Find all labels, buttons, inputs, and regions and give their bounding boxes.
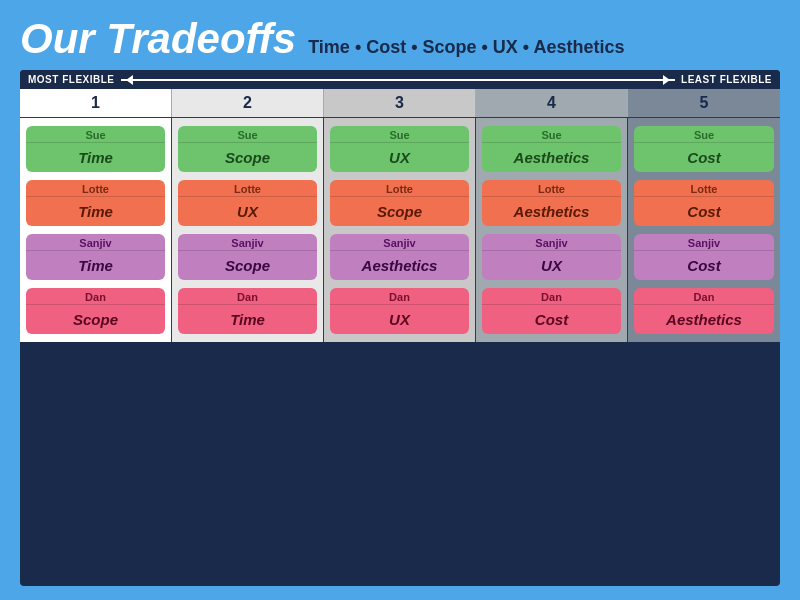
column-3: SueUXLotteScopeSanjivAestheticsDanUX [324,118,476,342]
card: SueCost [634,126,774,172]
card: SanjivCost [634,234,774,280]
flexibility-bar: MOST FLEXIBLE LEAST FLEXIBLE [20,70,780,89]
card-person-name: Sue [330,126,469,143]
cards-grid: SueTimeLotteTimeSanjivTimeDanScopeSueSco… [20,118,780,342]
card-value: Scope [178,251,317,280]
card-value: Time [26,251,165,280]
card-person-name: Dan [26,288,165,305]
card-person-name: Dan [330,288,469,305]
card-value: UX [330,143,469,172]
page: Our Tradeoffs Time • Cost • Scope • UX •… [0,0,800,600]
column-4: SueAestheticsLotteAestheticsSanjivUXDanC… [476,118,628,342]
card-person-name: Dan [634,288,774,305]
card-person-name: Sanjiv [482,234,621,251]
card-value: Aesthetics [482,197,621,226]
card: LotteTime [26,180,165,226]
card-person-name: Lotte [178,180,317,197]
card-value: Scope [26,305,165,334]
card-person-name: Sue [482,126,621,143]
card: SueAesthetics [482,126,621,172]
card: SanjivScope [178,234,317,280]
col-header-4: 4 [476,89,628,117]
card-value: Time [26,143,165,172]
card-person-name: Sanjiv [178,234,317,251]
most-flexible-label: MOST FLEXIBLE [28,74,115,85]
card: DanAesthetics [634,288,774,334]
card-value: UX [178,197,317,226]
card-person-name: Sue [178,126,317,143]
column-2: SueScopeLotteUXSanjivScopeDanTime [172,118,324,342]
least-flexible-label: LEAST FLEXIBLE [681,74,772,85]
card: SanjivTime [26,234,165,280]
card-person-name: Lotte [634,180,774,197]
card-person-name: Lotte [482,180,621,197]
col-header-1: 1 [20,89,172,117]
card: LotteAesthetics [482,180,621,226]
card-value: Cost [634,197,774,226]
tradeoffs-table: MOST FLEXIBLE LEAST FLEXIBLE 1 2 3 4 5 S… [20,70,780,586]
card-person-name: Dan [482,288,621,305]
column-1: SueTimeLotteTimeSanjivTimeDanScope [20,118,172,342]
card-value: Cost [634,251,774,280]
card: DanCost [482,288,621,334]
card-value: Time [178,305,317,334]
card-value: UX [482,251,621,280]
col-header-3: 3 [324,89,476,117]
card-value: UX [330,305,469,334]
header-subtitle: Time • Cost • Scope • UX • Aesthetics [308,37,624,58]
card: SanjivUX [482,234,621,280]
card-value: Aesthetics [330,251,469,280]
card-value: Scope [330,197,469,226]
page-title: Our Tradeoffs [20,18,296,60]
card: LotteUX [178,180,317,226]
card-value: Aesthetics [634,305,774,334]
card: LotteCost [634,180,774,226]
card: LotteScope [330,180,469,226]
card: SanjivAesthetics [330,234,469,280]
flex-arrow [121,79,676,81]
card-value: Aesthetics [482,143,621,172]
card-person-name: Sue [634,126,774,143]
card-person-name: Dan [178,288,317,305]
card: DanTime [178,288,317,334]
card-person-name: Sue [26,126,165,143]
card-person-name: Sanjiv [330,234,469,251]
card: SueTime [26,126,165,172]
card-value: Time [26,197,165,226]
col-header-5: 5 [628,89,780,117]
card-person-name: Sanjiv [26,234,165,251]
card-person-name: Sanjiv [634,234,774,251]
column-5: SueCostLotteCostSanjivCostDanAesthetics [628,118,780,342]
card: SueScope [178,126,317,172]
col-header-2: 2 [172,89,324,117]
card: DanScope [26,288,165,334]
card: DanUX [330,288,469,334]
card-person-name: Lotte [330,180,469,197]
card-value: Cost [482,305,621,334]
card-person-name: Lotte [26,180,165,197]
card-value: Cost [634,143,774,172]
card-value: Scope [178,143,317,172]
header: Our Tradeoffs Time • Cost • Scope • UX •… [20,18,780,60]
column-headers: 1 2 3 4 5 [20,89,780,118]
card: SueUX [330,126,469,172]
